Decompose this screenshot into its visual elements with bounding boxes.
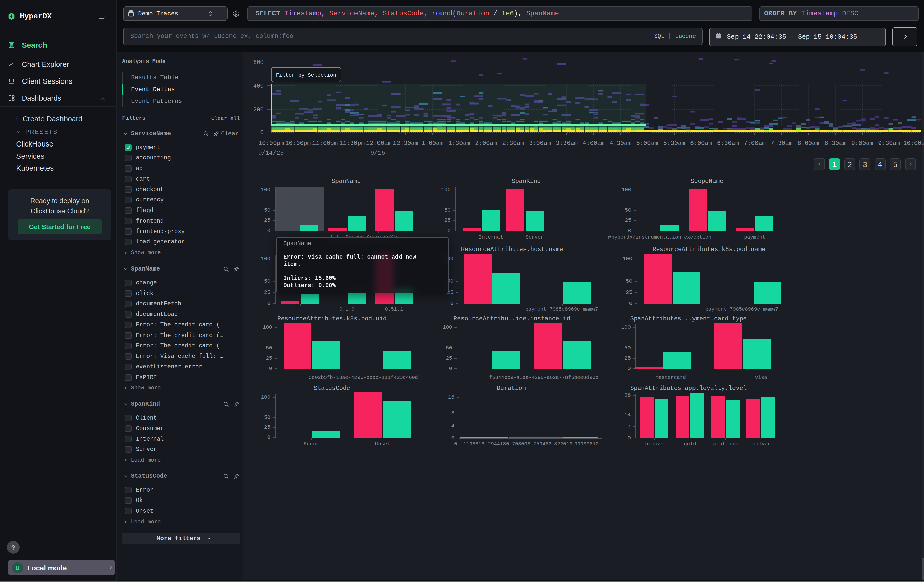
svg-text:5:00am: 5:00am <box>636 140 658 147</box>
svg-text:400: 400 <box>253 83 264 89</box>
svg-text:6:30am: 6:30am <box>717 140 739 147</box>
svg-text:Filter by Selection: Filter by Selection <box>276 73 336 78</box>
svg-text:4:30am: 4:30am <box>609 140 631 147</box>
svg-text:12:30am: 12:30am <box>393 140 419 147</box>
svg-text:9:00am: 9:00am <box>851 140 873 147</box>
svg-text:2:00am: 2:00am <box>475 140 497 147</box>
svg-text:10:00pm: 10:00pm <box>259 140 284 147</box>
svg-text:9/14/25: 9/14/25 <box>258 150 284 157</box>
svg-text:3:30am: 3:30am <box>556 140 578 147</box>
svg-text:10:00am: 10:00am <box>903 140 924 147</box>
svg-text:9/15: 9/15 <box>370 150 385 157</box>
svg-text:7:30am: 7:30am <box>771 140 792 147</box>
svg-text:0: 0 <box>260 129 264 136</box>
svg-text:4:00am: 4:00am <box>583 140 604 147</box>
svg-text:11:00pm: 11:00pm <box>312 140 338 147</box>
svg-text:2:30am: 2:30am <box>502 140 524 147</box>
svg-text:600: 600 <box>253 59 264 66</box>
svg-text:11:30pm: 11:30pm <box>339 140 365 147</box>
svg-text:6:00am: 6:00am <box>690 140 712 147</box>
svg-text:7:00am: 7:00am <box>744 140 766 147</box>
svg-text:10:30pm: 10:30pm <box>285 140 311 147</box>
svg-text:1:30am: 1:30am <box>448 140 470 147</box>
svg-text:200: 200 <box>253 107 264 113</box>
svg-text:9:30am: 9:30am <box>878 140 900 147</box>
svg-text:1:00am: 1:00am <box>422 140 443 147</box>
svg-text:3:00am: 3:00am <box>529 140 551 147</box>
svg-text:8:30am: 8:30am <box>825 140 846 147</box>
svg-text:8:00am: 8:00am <box>797 140 819 147</box>
svg-text:12:00am: 12:00am <box>366 140 392 147</box>
svg-text:5:30am: 5:30am <box>663 140 685 147</box>
